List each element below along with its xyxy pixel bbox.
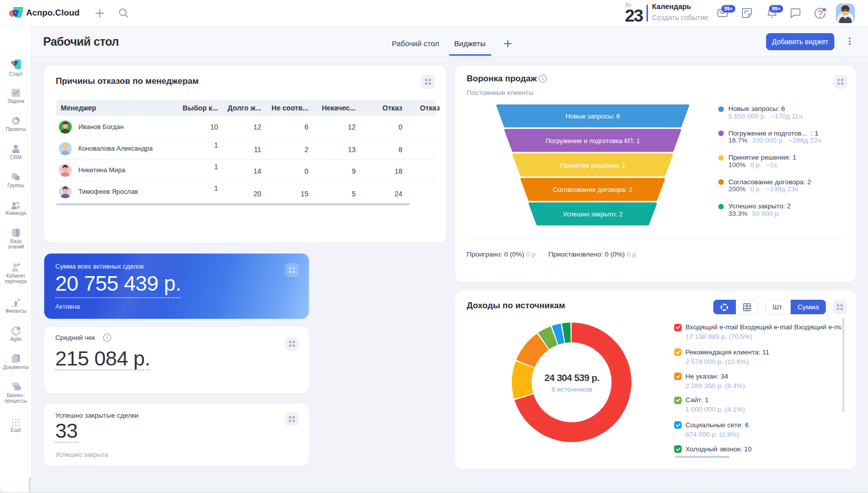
svg-text:Новые запросы: 6: Новые запросы: 6 xyxy=(566,112,620,120)
svg-text:Согласование договора: 2: Согласование договора: 2 xyxy=(553,186,632,193)
svg-text:Принятие решения: 1: Принятие решения: 1 xyxy=(560,162,625,169)
svg-text:Погружение и подготовка КП: 1: Погружение и подготовка КП: 1 xyxy=(546,137,640,145)
svg-text:Успешно закрыто: 2: Успешно закрыто: 2 xyxy=(563,210,623,218)
